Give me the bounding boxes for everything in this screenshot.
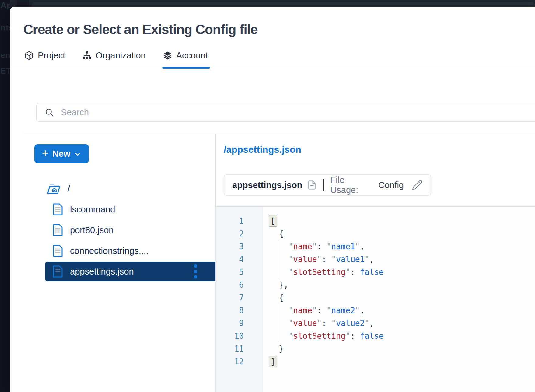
new-button-label: New [52,149,71,159]
code-text: "slotSetting": false [263,266,384,278]
tab-account-label: Account [176,51,208,61]
sidebar-text-fragment: Api [1,1,10,10]
chevron-down-icon [74,151,81,158]
tree-item-port80[interactable]: port80.json [45,220,215,240]
line-number: 11 [216,342,263,355]
config-file-dialog: Create or Select an Existing Config file… [10,7,535,392]
sidebar-text-fragment: ents [1,51,10,60]
code-line[interactable]: 12] [216,355,535,368]
org-chart-icon [82,51,92,60]
code-text: "slotSetting": false [263,330,384,342]
edit-pencil-icon[interactable] [412,180,423,191]
indent-guide [279,304,279,342]
file-name: port80.json [70,225,114,235]
line-number: 3 [216,240,263,253]
sidebar-text-fragment: nts [1,23,10,33]
tab-organization[interactable]: Organization [82,51,145,68]
code-line[interactable]: 1[ [216,215,535,227]
new-button[interactable]: + New [34,144,89,163]
code-text: "name": "name2", [263,304,365,317]
file-tree: / lscommand [10,182,215,282]
line-number: 10 [216,330,263,342]
background-top-bar [10,0,535,7]
code-line[interactable]: 6 }, [216,278,535,291]
document-icon [53,265,63,278]
background-top-segment [17,0,29,7]
code-text: [ [263,215,277,227]
file-tree-panel: + New / [10,134,215,392]
search-icon [44,107,54,117]
sidebar-text-fragment: ETT [1,66,10,76]
background-sidebar: ApintsentsETT [0,0,10,392]
code-text: }, [263,278,288,291]
file-usage-chip: appsettings.json File Usage: Config [224,174,431,196]
tab-bar: Project Organization [10,51,535,68]
code-text: "value": "value1", [263,253,374,266]
line-number: 8 [216,304,263,317]
code-text: { [263,291,284,304]
search-box[interactable] [36,103,535,122]
code-text: ] [263,355,277,368]
file-usage-label: File Usage: [330,175,374,195]
cube-icon [24,51,34,60]
code-line[interactable]: 7 { [216,291,535,304]
line-number: 1 [216,215,263,227]
screen: ApintsentsETT Create or Select an Existi… [0,0,535,392]
search-input[interactable] [61,107,535,117]
code-line[interactable]: 8 "name": "name2", [216,304,535,317]
tree-item-connectionstrings[interactable]: connectionstrings.... [45,241,215,261]
file-icon [307,180,317,190]
kebab-menu-icon[interactable] [193,263,198,280]
indent-guide [279,240,279,278]
file-name: lscommand [70,205,115,215]
tree-item-appsettings-selected[interactable]: appsettings.json [45,262,215,281]
code-text: "name": "name1", [263,240,365,253]
line-number: 7 [216,291,263,304]
dialog-title: Create or Select an Existing Config file [23,22,535,37]
code-line[interactable]: 10 "slotSetting": false [216,330,535,342]
root-folder-label: / [68,183,70,194]
tab-project[interactable]: Project [24,51,65,68]
file-usage-value: Config [378,180,404,190]
document-icon [53,203,63,216]
line-number: 12 [216,355,263,368]
code-line[interactable]: 3 "name": "name1", [216,240,535,253]
tab-account[interactable]: Account [163,51,208,68]
tab-project-label: Project [38,51,65,61]
code-line[interactable]: 11 } [216,342,535,355]
file-detail-panel: /appsettings.json appsettings.json File … [216,134,535,392]
code-text: "value": "value2", [263,317,374,330]
home-folder-icon [46,183,61,195]
tab-organization-label: Organization [96,51,145,61]
file-name: appsettings.json [70,267,134,277]
line-number: 9 [216,317,263,330]
code-line[interactable]: 4 "value": "value1", [216,253,535,266]
line-number: 4 [216,253,263,266]
tree-item-lscommand[interactable]: lscommand [45,200,215,219]
code-text: } [263,342,284,355]
code-lines: 1[2 {3 "name": "name1",4 "value": "value… [216,207,535,368]
file-path-link[interactable]: /appsettings.json [224,144,301,155]
document-icon [53,244,63,257]
line-number: 5 [216,266,263,278]
tree-root-folder[interactable]: / [10,182,215,195]
line-number: 2 [216,227,263,240]
background-panel-top [31,2,535,7]
usage-file-name: appsettings.json [232,180,302,190]
code-line[interactable]: 2 { [216,227,535,240]
file-name: connectionstrings.... [70,246,149,256]
layers-icon [163,51,172,60]
code-line[interactable]: 5 "slotSetting": false [216,266,535,278]
code-line[interactable]: 9 "value": "value2", [216,317,535,330]
code-editor[interactable]: 1[2 {3 "name": "name1",4 "value": "value… [216,207,535,392]
document-icon [53,224,63,236]
line-number: 6 [216,278,263,291]
code-text: { [263,227,284,240]
separator [323,179,324,191]
